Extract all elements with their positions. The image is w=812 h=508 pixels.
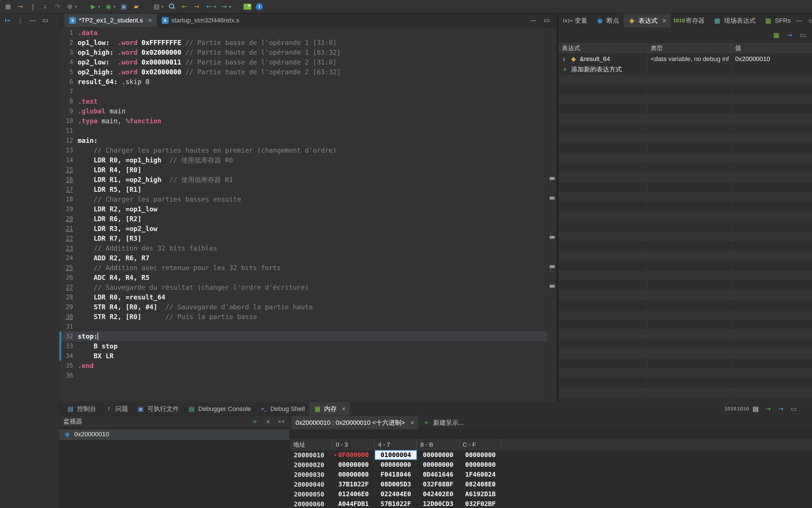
overview-annotation[interactable] xyxy=(550,285,555,288)
tab-memory[interactable]: ▦内存× xyxy=(309,402,350,416)
expand-icon[interactable]: › xyxy=(561,55,567,63)
next-edit-location-icon[interactable]: → xyxy=(192,3,200,11)
suspend-icon[interactable]: ‖ xyxy=(29,3,37,11)
memory-cell[interactable]: 00000000 xyxy=(332,470,375,479)
line-number[interactable]: 19 xyxy=(59,204,78,214)
code-line[interactable]: 30 STR R2, [R0] // Puis la partie basse xyxy=(59,312,548,322)
code-line[interactable]: 7 xyxy=(59,87,548,96)
memory-row[interactable]: 200000100F000000010000040000000000000000 xyxy=(290,450,812,460)
debug-icon[interactable]: ◉ xyxy=(104,3,112,11)
line-number[interactable]: 16 xyxy=(59,175,78,184)
forward-icon[interactable]: → xyxy=(220,3,228,11)
run-icon[interactable]: ▶ xyxy=(89,3,97,11)
line-number[interactable]: 20 xyxy=(59,214,78,224)
memory-cell[interactable]: 00000000 xyxy=(417,460,459,470)
memory-cell[interactable]: 022404E0 xyxy=(375,489,417,499)
line-number[interactable]: 30 xyxy=(59,312,78,322)
build-icon[interactable]: ▣ xyxy=(120,3,128,11)
code-line[interactable]: 10.type main, %function xyxy=(59,116,548,126)
line-number[interactable]: 11 xyxy=(59,126,78,136)
line-number[interactable]: 36 xyxy=(59,371,78,380)
code-line[interactable]: 19 LDR R2, =op1_low xyxy=(59,204,548,214)
minimize-icon[interactable]: — xyxy=(29,16,37,25)
new-wizard-icon[interactable]: ▤ xyxy=(152,3,160,11)
line-number[interactable]: 15 xyxy=(59,165,78,175)
memory-cell[interactable]: 00000000 xyxy=(459,450,501,460)
overview-annotation[interactable] xyxy=(550,197,555,200)
tab-debug-shell[interactable]: >_Debug Shell xyxy=(255,402,309,416)
line-number[interactable]: 14 xyxy=(59,155,78,165)
tab-expressions[interactable]: ◆表达式× xyxy=(624,14,671,28)
code-line[interactable]: 22 LDR R7, [R3] xyxy=(59,234,548,243)
code-line[interactable]: 25 // Addition avec retenue pour les 32 … xyxy=(59,263,548,273)
add-expression-row[interactable]: +添加新的表达方式 xyxy=(559,64,812,75)
code-line[interactable]: 36 xyxy=(59,371,548,380)
import-memory-icon[interactable]: → xyxy=(777,405,785,413)
line-number[interactable]: 33 xyxy=(59,341,78,351)
previous-edit-location-icon[interactable]: ← xyxy=(180,3,188,11)
code-line[interactable]: 12main: xyxy=(59,136,548,145)
import-expressions-icon[interactable]: → xyxy=(785,31,794,39)
memory-cell[interactable]: 37B1022F xyxy=(332,479,375,489)
info-icon[interactable]: i xyxy=(256,3,263,10)
line-number[interactable]: 31 xyxy=(59,322,78,332)
memory-cell[interactable]: 012406E0 xyxy=(332,489,375,499)
search-icon[interactable] xyxy=(168,3,176,11)
memory-cell[interactable]: 0F000000 xyxy=(332,450,375,460)
code-line[interactable]: 33 B stop xyxy=(59,341,548,351)
view-menu-icon[interactable]: ⋮ xyxy=(16,16,24,25)
dropdown-caret-icon[interactable]: ▾ xyxy=(214,4,216,9)
new-rendering-tab[interactable]: +新建呈示... xyxy=(418,416,468,429)
tab-variables[interactable]: (x)=变量 xyxy=(560,14,591,28)
code-line[interactable]: 31 xyxy=(59,322,548,332)
memory-cell[interactable]: 01000004 xyxy=(375,450,417,460)
memory-cell[interactable]: 00000000 xyxy=(375,460,417,470)
tab-executables[interactable]: ▣可执行文件 xyxy=(132,402,183,416)
line-number[interactable]: 2 xyxy=(59,38,78,47)
tab-breakpoints[interactable]: ●断点 xyxy=(591,14,624,28)
code-line[interactable]: 13 // Charger les parties hautes en prem… xyxy=(59,145,548,155)
line-number[interactable]: 25 xyxy=(59,263,78,273)
dropdown-caret-icon[interactable]: ▾ xyxy=(98,4,100,9)
minimize-icon[interactable]: — xyxy=(529,16,537,25)
code-line[interactable]: 28 LDR R0, =result_64 xyxy=(59,292,548,302)
export-memory-icon[interactable]: → xyxy=(764,405,772,413)
line-number[interactable]: 5 xyxy=(59,67,78,77)
hex-rendering-icon[interactable]: 1010 xyxy=(726,405,734,413)
memory-cell[interactable]: 00000000 xyxy=(332,460,375,470)
remove-monitor-icon[interactable]: × xyxy=(264,418,272,426)
code-line[interactable]: 3op1_high: .word 0x02000000 // Partie ha… xyxy=(59,47,548,57)
line-number[interactable]: 23 xyxy=(59,243,78,253)
memory-row[interactable]: 2000002000000000000000000000000000000000 xyxy=(290,460,812,470)
new-rendering-icon[interactable]: ▦ xyxy=(772,31,780,39)
step-into-icon[interactable]: ↓ xyxy=(41,3,49,11)
maximize-icon[interactable]: ▭ xyxy=(808,17,812,25)
memory-cell[interactable]: 1F460024 xyxy=(459,470,501,479)
line-number[interactable]: 22 xyxy=(59,234,78,243)
line-number[interactable]: 7 xyxy=(59,87,78,96)
dropdown-caret-icon[interactable]: ▾ xyxy=(113,4,115,9)
code-line[interactable]: 6result_64: .skip 8 xyxy=(59,77,548,87)
code-line[interactable]: 29 STR R4, [R0, #4] // Sauvegarde d'abor… xyxy=(59,302,548,312)
memory-cell[interactable]: 57B1022F xyxy=(375,499,417,508)
mark-occurrences-icon[interactable]: ▰ xyxy=(132,3,140,11)
resume-icon[interactable]: → xyxy=(16,3,25,11)
line-number[interactable]: 1 xyxy=(59,28,78,38)
line-number[interactable]: 21 xyxy=(59,224,78,234)
close-icon[interactable]: × xyxy=(410,419,414,426)
line-number[interactable]: 3 xyxy=(59,47,78,57)
line-number[interactable]: 26 xyxy=(59,273,78,283)
dropdown-caret-icon[interactable]: ▾ xyxy=(75,4,77,9)
code-line[interactable]: 24 ADD R2, R6, R7 xyxy=(59,253,548,263)
screenshot-icon[interactable] xyxy=(243,3,251,10)
code-line[interactable]: 17 LDR R5, [R1] xyxy=(59,184,548,195)
line-number[interactable]: 32 xyxy=(59,332,78,341)
restore-debug-view-icon[interactable]: i→ xyxy=(3,16,11,25)
new-memory-view-icon[interactable]: ▤ xyxy=(752,405,760,413)
memory-cell[interactable]: 00000000 xyxy=(459,460,501,470)
line-number[interactable]: 18 xyxy=(59,195,78,204)
line-number[interactable]: 17 xyxy=(59,184,78,195)
code-line[interactable]: 9.global main xyxy=(59,106,548,116)
hex-rendering-icon-2[interactable]: 1010 xyxy=(739,405,747,413)
overview-ruler[interactable] xyxy=(547,27,557,402)
